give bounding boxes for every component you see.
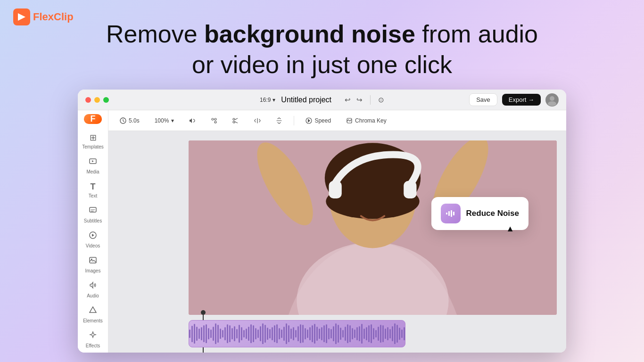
record-icon[interactable]: ⊙ [378, 96, 384, 104]
traffic-light-close[interactable] [85, 97, 91, 103]
clock-icon [120, 117, 126, 124]
svg-rect-34 [453, 212, 454, 215]
effects-label: Effects [86, 343, 100, 348]
waveform-bars [189, 321, 405, 347]
toolbar-duration[interactable]: 5.0s [116, 115, 143, 126]
sidebar: F ⊞ Templates Media T Text Subtitles [78, 110, 108, 353]
title-bar: 16:9 ▾ Untitled project ↩ ↪ ⊙ Save Expor… [78, 90, 566, 110]
reduce-noise-label: Reduce Noise [466, 209, 519, 218]
sidebar-item-templates[interactable]: ⊞ Templates [78, 130, 108, 152]
headline-line1-plain: Remove [106, 20, 204, 48]
sidebar-item-subtitles[interactable]: Subtitles [78, 203, 108, 226]
svg-point-17 [233, 118, 235, 120]
timeline [108, 315, 566, 353]
svg-point-15 [215, 121, 216, 123]
user-avatar[interactable] [545, 93, 559, 107]
videos-icon [89, 231, 97, 242]
duration-value: 5.0s [129, 117, 140, 124]
svg-point-18 [233, 121, 235, 123]
elements-icon [89, 306, 97, 317]
undo-icon[interactable]: ↩ [345, 96, 351, 104]
audio-icon [89, 281, 97, 292]
traffic-light-minimize[interactable] [94, 97, 100, 103]
divider [370, 95, 371, 105]
svg-rect-33 [451, 210, 452, 217]
traffic-light-maximize[interactable] [103, 97, 109, 103]
reduce-noise-popup: Reduce Noise ▲ [431, 197, 528, 230]
sidebar-item-text[interactable]: T Text [78, 179, 108, 201]
toolbar-separator [294, 116, 294, 125]
ratio-selector[interactable]: 16:9 ▾ [260, 97, 275, 103]
headline-line2: or video in just one click [192, 51, 452, 78]
app-window: 16:9 ▾ Untitled project ↩ ↪ ⊙ Save Expor… [78, 90, 566, 353]
reduce-noise-waveform-icon [445, 208, 456, 219]
toolbar-zoom[interactable]: 100% ▾ [151, 115, 178, 126]
svg-point-16 [215, 118, 216, 120]
text-icon: T [91, 182, 96, 192]
headline-line1-end: from audio [415, 20, 538, 48]
ratio-chevron: ▾ [272, 97, 275, 103]
media-label: Media [86, 169, 99, 174]
flip-v-icon [276, 117, 282, 124]
svg-rect-30 [404, 181, 416, 198]
export-button[interactable]: Export → [502, 94, 541, 106]
sidebar-item-elements[interactable]: Elements [78, 303, 108, 326]
video-canvas: Reduce Noise ▲ [189, 140, 557, 315]
sidebar-item-audio[interactable]: Audio [78, 278, 108, 301]
save-button[interactable]: Save [469, 93, 497, 106]
audio-label: Audio [87, 293, 99, 298]
app-body: F ⊞ Templates Media T Text Subtitles [78, 110, 566, 353]
speed-icon [305, 117, 312, 124]
sidebar-logo: F [84, 114, 102, 124]
chroma-icon [346, 117, 353, 124]
templates-label: Templates [82, 144, 104, 149]
templates-icon: ⊞ [90, 132, 97, 143]
svg-point-1 [550, 96, 554, 101]
toolbar-adjust[interactable] [207, 115, 221, 126]
videos-label: Videos [86, 243, 100, 248]
svg-marker-8 [90, 307, 96, 313]
subtitles-icon [89, 206, 97, 217]
svg-rect-29 [329, 181, 342, 198]
toolbar-trim[interactable] [229, 115, 243, 126]
sidebar-item-videos[interactable]: Videos [78, 228, 108, 251]
effects-icon [89, 331, 97, 342]
reduce-noise-icon-bg [441, 204, 461, 223]
sidebar-item-images[interactable]: Images [78, 253, 108, 276]
svg-rect-6 [90, 257, 96, 263]
svg-rect-31 [446, 213, 447, 214]
sidebar-item-media[interactable]: Media [78, 154, 108, 177]
content-area: 5.0s 100% ▾ [108, 110, 566, 353]
toolbar-chroma[interactable]: Chroma Key [342, 115, 390, 126]
title-bar-center: 16:9 ▾ Untitled project ↩ ↪ ⊙ [260, 95, 384, 105]
title-bar-right: Save Export → [469, 93, 559, 107]
text-label: Text [89, 193, 97, 198]
title-bar-icons: ↩ ↪ ⊙ [345, 95, 384, 105]
headline: Remove background noise from audio or vi… [0, 19, 644, 80]
zoom-chevron: ▾ [171, 117, 174, 124]
adjust-icon [211, 117, 217, 124]
canvas-area: Reduce Noise ▲ [108, 131, 566, 353]
toolbar-flip-v[interactable] [272, 115, 286, 126]
chroma-label: Chroma Key [355, 117, 387, 124]
cursor-icon: ▲ [506, 224, 514, 234]
headline-bold: background noise [204, 20, 415, 48]
project-title: Untitled project [281, 96, 331, 104]
elements-label: Elements [83, 318, 103, 323]
images-label: Images [85, 268, 101, 273]
toolbar-volume[interactable] [185, 115, 199, 126]
toolbar-flip-h[interactable] [250, 115, 264, 126]
ratio-value: 16:9 [260, 97, 271, 103]
toolbar: 5.0s 100% ▾ [108, 110, 566, 131]
traffic-lights [85, 97, 109, 103]
redo-icon[interactable]: ↪ [356, 96, 363, 104]
toolbar-speed[interactable]: Speed [302, 115, 335, 126]
sidebar-item-effects[interactable]: Effects [78, 328, 108, 351]
flip-h-icon [254, 117, 261, 124]
scissors-icon [232, 117, 239, 124]
speed-label: Speed [314, 117, 331, 124]
media-icon [89, 157, 97, 168]
svg-point-14 [212, 118, 214, 120]
images-icon [89, 256, 97, 267]
audio-waveform[interactable] [189, 320, 405, 347]
